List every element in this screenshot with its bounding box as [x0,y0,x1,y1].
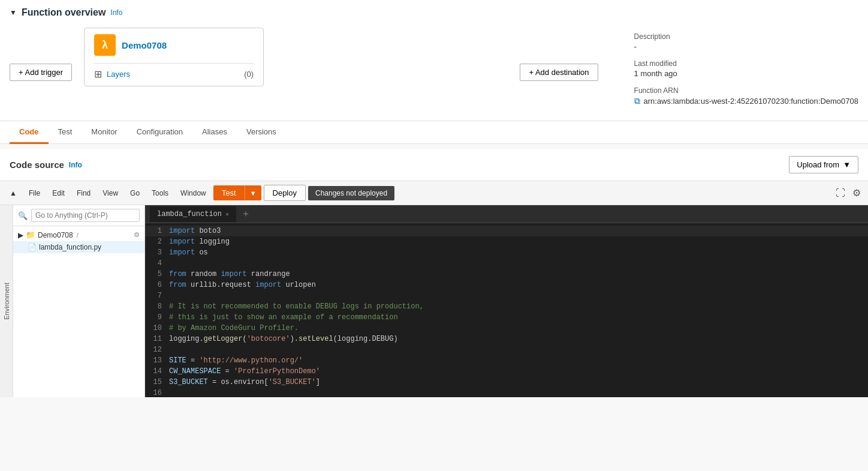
close-tab-icon[interactable]: ✕ [225,211,229,218]
code-line: 2 import logging [145,236,868,247]
code-line: 7 [145,290,868,301]
code-line: 14 CW_NAMESPACE = 'ProfilerPythonDemo' [145,366,868,377]
code-line: 11 logging.getLogger('botocore').setLeve… [145,334,868,344]
code-lines: 1 import boto3 2 import logging 3 import… [145,223,868,397]
file-name: lambda_function.py [39,243,101,251]
tab-configuration[interactable]: Configuration [127,121,192,144]
last-modified-label: Last modified [634,59,858,68]
toolbar-view-btn[interactable]: View [98,187,123,200]
function-arn-label: Function ARN [634,86,858,95]
toolbar-file-btn[interactable]: File [24,187,45,200]
tab-monitor[interactable]: Monitor [82,121,126,144]
function-arn-value: arn:aws:lambda:us-west-2:452261070230:fu… [644,97,858,106]
function-box-container: λ Demo0708 ⊞ Layers (0) [84,28,264,86]
go-to-anything-input[interactable] [31,209,140,222]
code-source-section: Code source Info Upload from ▼ ▲ File Ed… [0,149,868,397]
fullscreen-button[interactable]: ⛶ [833,185,848,201]
layers-icon: ⊞ [94,68,102,80]
file-panel: 🔍 ▶ 📁 Demo0708 / ⚙ 📄 lambda_function.py [13,205,145,397]
folder-name: Demo0708 [38,231,73,239]
folder-settings-icon[interactable]: ⚙ [134,231,140,239]
overview-header: ▼ Function overview Info [10,7,858,18]
editor-tab-lambda[interactable]: lambda_function ✕ [150,206,236,222]
code-line: 16 [145,388,868,397]
folder-path-indicator: / [77,232,79,239]
code-line: 5 from random import randrange [145,269,868,280]
environment-label: Environment [3,283,10,320]
tab-code[interactable]: Code [10,121,49,144]
collapse-icon[interactable]: ▼ [10,8,17,17]
function-name[interactable]: Demo0708 [122,40,167,50]
tab-versions[interactable]: Versions [237,121,286,144]
search-icon: 🔍 [18,211,28,220]
file-search-bar: 🔍 [13,205,144,226]
editor-tab-label: lambda_function [157,210,222,218]
code-line: 1 import boto3 [145,226,868,236]
upload-from-button[interactable]: Upload from ▼ [789,156,858,173]
folder-item[interactable]: ▶ 📁 Demo0708 / ⚙ [13,229,144,241]
overview-title: Function overview [22,7,106,18]
arn-row: ⧉ arn:aws:lambda:us-west-2:452261070230:… [634,96,858,106]
tab-test[interactable]: Test [49,121,82,144]
code-editor[interactable]: lambda_function ✕ ＋ 1 import boto3 2 imp… [145,205,868,397]
upload-from-label: Upload from [797,160,839,169]
code-line: 12 [145,344,868,355]
layers-row: ⊞ Layers (0) [94,63,254,80]
environment-panel[interactable]: Environment [0,205,13,397]
function-details: Description - Last modified 1 month ago … [634,28,858,111]
deploy-button[interactable]: Deploy [264,185,306,201]
add-destination-button[interactable]: + Add destination [520,64,598,81]
code-line: 9 # this is just to show an example of a… [145,312,868,323]
layers-label[interactable]: Layers [107,70,239,79]
test-btn-group: Test ▼ [213,185,261,200]
function-overview-section: ▼ Function overview Info + Add trigger λ… [0,0,868,121]
lambda-icon: λ [94,34,116,56]
last-modified-value: 1 month ago [634,69,858,78]
editor-area: Environment 🔍 ▶ 📁 Demo0708 / ⚙ 📄 la [0,205,868,397]
tabs-bar: Code Test Monitor Configuration Aliases … [0,121,868,144]
code-source-label: Code source [10,160,64,170]
toolbar-edit-btn[interactable]: Edit [47,187,70,200]
toolbar-collapse-btn[interactable]: ▲ [5,187,22,200]
toolbar-go-btn[interactable]: Go [125,187,144,200]
overview-body: + Add trigger λ Demo0708 ⊞ Layers (0) + … [10,28,858,111]
code-toolbar: ▲ File Edit Find View Go Tools Window Te… [0,181,868,205]
code-source-header: Code source Info Upload from ▼ [0,149,868,181]
copy-arn-icon[interactable]: ⧉ [634,96,640,106]
function-box: λ Demo0708 ⊞ Layers (0) [84,28,264,86]
code-source-info-link[interactable]: Info [69,161,82,169]
toolbar-tools-btn[interactable]: Tools [147,187,173,200]
function-box-header: λ Demo0708 [94,34,254,56]
add-tab-button[interactable]: ＋ [236,205,255,223]
editor-tabs: lambda_function ✕ ＋ [145,205,868,223]
toolbar-find-btn[interactable]: Find [72,187,95,200]
code-line: 3 import os [145,247,868,258]
code-line: 8 # It is not recommended to enable DEBU… [145,301,868,312]
code-line: 4 [145,258,868,269]
test-dropdown-arrow[interactable]: ▼ [245,185,261,200]
description-label: Description [634,32,858,41]
description-value: - [634,42,858,51]
toolbar-window-btn[interactable]: Window [176,187,211,200]
add-trigger-button[interactable]: + Add trigger [10,64,72,81]
file-item[interactable]: 📄 lambda_function.py [13,241,144,253]
folder-icon: 📁 [26,230,35,239]
file-icon: 📄 [28,243,37,251]
code-line: 13 SITE = 'http://www.python.org/' [145,355,868,366]
upload-from-arrow-icon: ▼ [843,160,851,169]
overview-info-link[interactable]: Info [110,8,122,17]
folder-arrow-icon: ▶ [18,231,23,239]
file-tree: ▶ 📁 Demo0708 / ⚙ 📄 lambda_function.py [13,226,144,256]
code-line: 15 S3_BUCKET = os.environ['S3_BUCKET'] [145,377,868,388]
changes-not-deployed-badge: Changes not deployed [308,186,394,200]
editor-settings-button[interactable]: ⚙ [850,185,863,201]
tab-aliases[interactable]: Aliases [192,121,237,144]
layers-count: (0) [244,70,254,79]
code-line: 10 # by Amazon CodeGuru Profiler. [145,323,868,334]
code-line: 6 from urllib.request import urlopen [145,280,868,290]
code-source-title: Code source Info [10,160,82,170]
test-button[interactable]: Test [213,185,245,200]
